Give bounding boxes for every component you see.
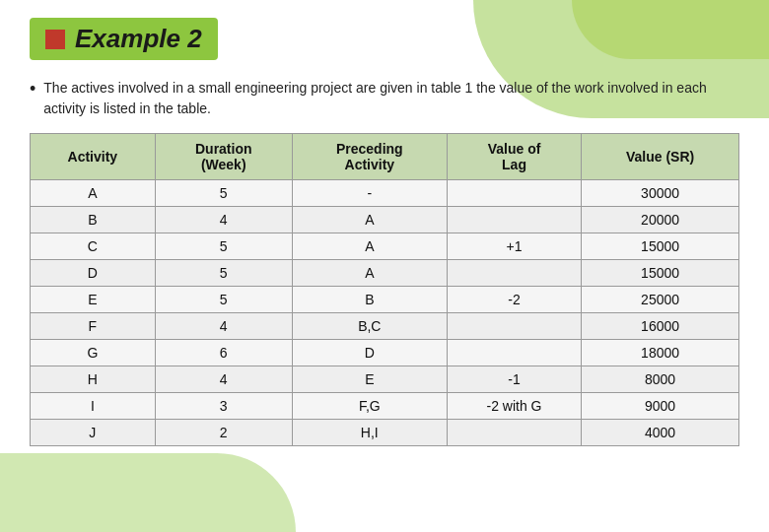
col-header-activity: Activity (31, 134, 156, 180)
cell-6-3 (447, 340, 581, 366)
table-row: D5A15000 (31, 260, 739, 287)
cell-2-2: A (292, 233, 447, 260)
title-bar: Example 2 (30, 18, 218, 60)
cell-5-4: 16000 (582, 313, 739, 340)
cell-1-2: A (292, 207, 447, 233)
cell-4-4: 25000 (582, 287, 739, 313)
table-row: B4A20000 (31, 207, 739, 233)
cell-1-3 (447, 207, 581, 233)
cell-4-0: E (31, 287, 156, 313)
cell-8-2: F,G (292, 393, 447, 420)
cell-9-2: H,I (292, 420, 447, 446)
main-content: Example 2 • The actives involved in a sm… (0, 0, 769, 464)
table-row: G6D18000 (31, 340, 739, 366)
cell-6-4: 18000 (582, 340, 739, 366)
cell-0-4: 30000 (582, 180, 739, 207)
cell-3-4: 15000 (582, 260, 739, 287)
cell-6-2: D (292, 340, 447, 366)
bg-decoration-3 (0, 453, 296, 532)
cell-2-1: 5 (155, 233, 292, 260)
cell-8-0: I (31, 393, 156, 420)
cell-4-3: -2 (447, 287, 581, 313)
cell-7-3: -1 (447, 366, 581, 393)
cell-7-1: 4 (155, 366, 292, 393)
cell-9-1: 2 (155, 420, 292, 446)
col-header-duration: Duration(Week) (155, 134, 292, 180)
cell-5-1: 4 (155, 313, 292, 340)
cell-1-4: 20000 (582, 207, 739, 233)
cell-9-4: 4000 (582, 420, 739, 446)
cell-1-1: 4 (155, 207, 292, 233)
table-row: A5-30000 (31, 180, 739, 207)
page-title: Example 2 (75, 24, 202, 54)
col-header-lag: Value ofLag (447, 134, 581, 180)
cell-2-0: C (31, 233, 156, 260)
intro-text-body: The actives involved in a small engineer… (43, 78, 739, 119)
cell-3-2: A (292, 260, 447, 287)
col-header-value: Value (SR) (582, 134, 739, 180)
table-row: E5B-225000 (31, 287, 739, 313)
table-row: H4E-18000 (31, 366, 739, 393)
cell-7-0: H (31, 366, 156, 393)
activity-table: Activity Duration(Week) PrecedingActivit… (30, 133, 739, 446)
cell-6-1: 6 (155, 340, 292, 366)
cell-8-1: 3 (155, 393, 292, 420)
cell-9-3 (447, 420, 581, 446)
cell-8-4: 9000 (582, 393, 739, 420)
table-row: J2H,I4000 (31, 420, 739, 446)
cell-0-0: A (31, 180, 156, 207)
cell-0-3 (447, 180, 581, 207)
cell-6-0: G (31, 340, 156, 366)
cell-3-1: 5 (155, 260, 292, 287)
cell-4-2: B (292, 287, 447, 313)
cell-1-0: B (31, 207, 156, 233)
cell-2-4: 15000 (582, 233, 739, 260)
cell-3-3 (447, 260, 581, 287)
cell-9-0: J (31, 420, 156, 446)
cell-2-3: +1 (447, 233, 581, 260)
cell-7-4: 8000 (582, 366, 739, 393)
cell-0-2: - (292, 180, 447, 207)
title-square-icon (45, 30, 65, 49)
col-header-preceding: PrecedingActivity (292, 134, 447, 180)
cell-3-0: D (31, 260, 156, 287)
table-row: F4B,C16000 (31, 313, 739, 340)
cell-5-3 (447, 313, 581, 340)
cell-7-2: E (292, 366, 447, 393)
cell-5-2: B,C (292, 313, 447, 340)
cell-0-1: 5 (155, 180, 292, 207)
bullet-point: • (30, 78, 35, 100)
cell-4-1: 5 (155, 287, 292, 313)
cell-5-0: F (31, 313, 156, 340)
table-row: I3F,G-2 with G9000 (31, 393, 739, 420)
cell-8-3: -2 with G (447, 393, 581, 420)
intro-paragraph: • The actives involved in a small engine… (30, 78, 739, 119)
table-row: C5A+115000 (31, 233, 739, 260)
table-header-row: Activity Duration(Week) PrecedingActivit… (31, 134, 739, 180)
